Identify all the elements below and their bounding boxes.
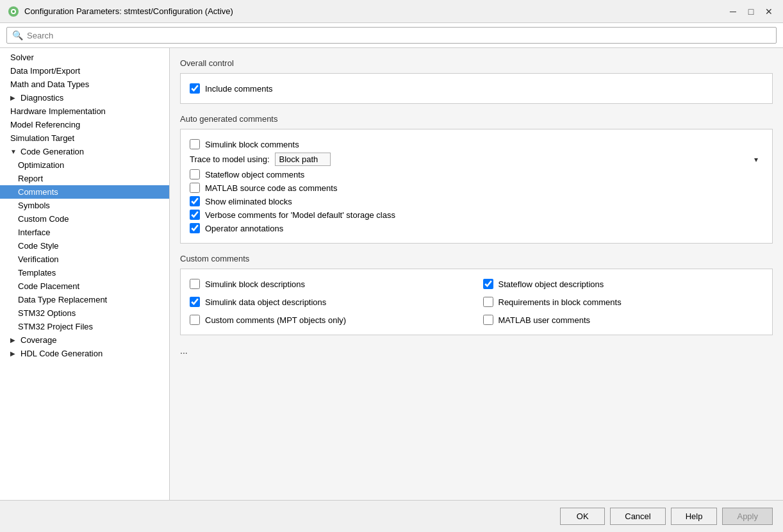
verbose-comments-checkbox[interactable] <box>190 210 200 220</box>
include-comments-checkbox[interactable] <box>190 83 200 94</box>
matlab-source-code-row: MATLAB source code as comments <box>190 183 763 193</box>
expand-icon-diagnostics: ▶ <box>10 94 18 101</box>
sidebar-item-templates[interactable]: Templates <box>0 266 169 279</box>
trace-select[interactable]: Block path Signal name <box>275 153 331 166</box>
sidebar-item-interface[interactable]: Interface <box>0 226 169 239</box>
simulink-block-descriptions-row: Simulink block descriptions <box>190 279 470 289</box>
cancel-button[interactable]: Cancel <box>610 508 665 525</box>
expand-icon-code-generation: ▼ <box>10 148 18 155</box>
simulink-data-object-descriptions-row: Simulink data object descriptions <box>190 297 470 307</box>
content-area: Overall control Include comments Auto ge… <box>170 48 783 500</box>
operator-annotations-label: Operator annotations <box>205 224 283 233</box>
minimize-button[interactable]: ─ <box>727 5 739 18</box>
simulink-block-descriptions-checkbox[interactable] <box>190 279 200 289</box>
search-input[interactable] <box>27 31 771 40</box>
trace-label: Trace to model using: <box>190 154 270 164</box>
bottom-bar: OK Cancel Help Apply <box>0 500 783 532</box>
overall-control-box: Include comments <box>180 73 773 104</box>
custom-comments-mpt-row: Custom comments (MPT objects only) <box>190 315 470 325</box>
sidebar-item-stm32-project-files[interactable]: STM32 Project Files <box>0 320 169 333</box>
requirements-in-block-comments-row: Requirements in block comments <box>483 297 764 307</box>
sidebar-item-data-import-export[interactable]: Data Import/Export <box>0 64 169 78</box>
app-icon <box>8 6 19 17</box>
simulink-block-descriptions-label: Simulink block descriptions <box>205 279 305 289</box>
stateflow-object-comments-label: Stateflow object comments <box>205 170 304 179</box>
sidebar-item-model-referencing[interactable]: Model Referencing <box>0 118 169 131</box>
show-eliminated-blocks-row: Show eliminated blocks <box>190 196 763 206</box>
include-comments-label: Include comments <box>205 84 273 94</box>
auto-generated-title: Auto generated comments <box>180 114 773 124</box>
matlab-user-comments-checkbox[interactable] <box>483 315 493 325</box>
sidebar-item-diagnostics[interactable]: ▶ Diagnostics <box>0 91 169 104</box>
trace-select-wrapper[interactable]: Block path Signal name <box>275 153 763 166</box>
overall-control-title: Overall control <box>180 58 773 68</box>
verbose-comments-label: Verbose comments for 'Model default' sto… <box>205 210 395 220</box>
sidebar-item-code-generation[interactable]: ▼ Code Generation <box>0 145 169 158</box>
trace-row: Trace to model using: Block path Signal … <box>190 153 763 166</box>
window-title: Configuration Parameters: stmtest/Config… <box>24 6 727 16</box>
simulink-block-comments-label: Simulink block comments <box>205 140 299 149</box>
simulink-data-object-descriptions-label: Simulink data object descriptions <box>205 297 326 307</box>
auto-generated-section: Auto generated comments Simulink block c… <box>180 114 773 244</box>
apply-button[interactable]: Apply <box>722 508 773 525</box>
sidebar-item-hdl-code-generation[interactable]: ▶ HDL Code Generation <box>0 347 169 360</box>
ellipsis: ... <box>180 345 773 356</box>
requirements-in-block-comments-checkbox[interactable] <box>483 297 493 307</box>
sidebar-item-simulation-target[interactable]: Simulation Target <box>0 131 169 145</box>
maximize-button[interactable]: □ <box>745 5 757 18</box>
custom-comments-mpt-label: Custom comments (MPT objects only) <box>205 315 346 325</box>
verbose-comments-row: Verbose comments for 'Model default' sto… <box>190 210 763 220</box>
sidebar-item-optimization[interactable]: Optimization <box>0 158 169 172</box>
sidebar-item-solver[interactable]: Solver <box>0 51 169 64</box>
search-bar: 🔍 <box>0 23 783 48</box>
close-button[interactable]: ✕ <box>762 5 775 18</box>
matlab-user-comments-label: MATLAB user comments <box>499 315 591 325</box>
custom-comments-mpt-checkbox[interactable] <box>190 315 200 325</box>
show-eliminated-blocks-label: Show eliminated blocks <box>205 197 292 206</box>
help-button[interactable]: Help <box>671 508 718 525</box>
stateflow-object-descriptions-checkbox[interactable] <box>483 279 493 289</box>
sidebar-item-comments[interactable]: Comments <box>0 185 169 199</box>
sidebar-item-report[interactable]: Report <box>0 172 169 185</box>
requirements-in-block-comments-label: Requirements in block comments <box>499 297 622 307</box>
stateflow-object-descriptions-row: Stateflow object descriptions <box>483 279 764 289</box>
search-wrapper[interactable]: 🔍 <box>6 27 777 44</box>
window-controls: ─ □ ✕ <box>727 5 775 18</box>
sidebar-item-symbols[interactable]: Symbols <box>0 199 169 212</box>
sidebar: Solver Data Import/Export Math and Data … <box>0 48 170 500</box>
operator-annotations-checkbox[interactable] <box>190 223 200 233</box>
simulink-data-object-descriptions-checkbox[interactable] <box>190 297 200 307</box>
simulink-block-comments-checkbox[interactable] <box>190 139 200 149</box>
show-eliminated-blocks-checkbox[interactable] <box>190 196 200 206</box>
ok-button[interactable]: OK <box>560 508 605 525</box>
sidebar-item-hardware-implementation[interactable]: Hardware Implementation <box>0 104 169 118</box>
include-comments-row: Include comments <box>190 83 763 94</box>
sidebar-item-code-style[interactable]: Code Style <box>0 239 169 253</box>
expand-icon-hdl: ▶ <box>10 350 18 357</box>
overall-control-section: Overall control Include comments <box>180 58 773 104</box>
custom-comments-section: Custom comments Simulink block descripti… <box>180 254 773 335</box>
stateflow-object-comments-checkbox[interactable] <box>190 169 200 179</box>
matlab-source-code-checkbox[interactable] <box>190 183 200 193</box>
operator-annotations-row: Operator annotations <box>190 223 763 233</box>
custom-comments-grid: Simulink block descriptions Stateflow ob… <box>190 276 763 328</box>
stateflow-object-descriptions-label: Stateflow object descriptions <box>499 279 604 289</box>
search-icon: 🔍 <box>12 30 23 40</box>
sidebar-item-stm32-options[interactable]: STM32 Options <box>0 306 169 320</box>
custom-comments-title: Custom comments <box>180 254 773 263</box>
sidebar-item-verification[interactable]: Verification <box>0 253 169 266</box>
expand-icon-coverage: ▶ <box>10 337 18 344</box>
sidebar-item-code-placement[interactable]: Code Placement <box>0 279 169 293</box>
title-bar: Configuration Parameters: stmtest/Config… <box>0 0 783 23</box>
stateflow-object-comments-row: Stateflow object comments <box>190 169 763 179</box>
simulink-block-comments-row: Simulink block comments <box>190 139 763 149</box>
sidebar-item-coverage[interactable]: ▶ Coverage <box>0 333 169 347</box>
matlab-source-code-label: MATLAB source code as comments <box>205 183 337 193</box>
main-content: Solver Data Import/Export Math and Data … <box>0 48 783 500</box>
auto-generated-box: Simulink block comments Trace to model u… <box>180 129 773 244</box>
sidebar-item-math-data-types[interactable]: Math and Data Types <box>0 78 169 91</box>
sidebar-item-custom-code[interactable]: Custom Code <box>0 212 169 226</box>
svg-point-2 <box>12 10 15 13</box>
sidebar-item-data-type-replacement[interactable]: Data Type Replacement <box>0 293 169 306</box>
matlab-user-comments-row: MATLAB user comments <box>483 315 764 325</box>
